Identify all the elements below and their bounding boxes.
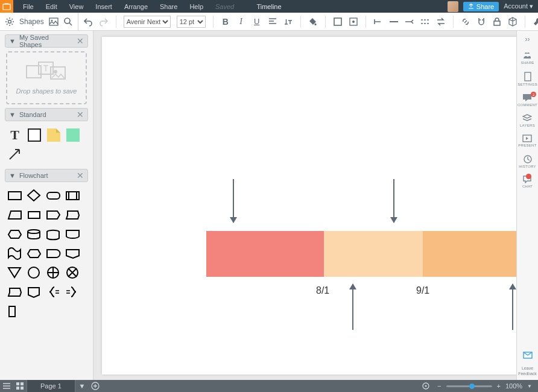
menu-share[interactable]: Share bbox=[154, 3, 183, 10]
flowchart-shape-8[interactable] bbox=[7, 227, 22, 242]
page[interactable] bbox=[102, 37, 516, 375]
timeline-bar[interactable] bbox=[206, 231, 516, 277]
flowchart-shape-10[interactable] bbox=[46, 227, 61, 242]
line-end-icon[interactable] bbox=[405, 17, 414, 27]
fill-icon[interactable] bbox=[308, 17, 318, 27]
magnet-icon[interactable] bbox=[476, 17, 486, 27]
flowchart-shape-20[interactable] bbox=[7, 285, 22, 300]
menu-edit[interactable]: Edit bbox=[40, 3, 63, 10]
align-icon[interactable] bbox=[268, 17, 277, 27]
timeline-arrow-up[interactable] bbox=[512, 284, 513, 330]
line-style-icon[interactable] bbox=[420, 17, 430, 27]
shape-rectangle[interactable] bbox=[27, 127, 42, 142]
search-icon[interactable] bbox=[63, 17, 73, 27]
rail-share[interactable]: SHARE bbox=[521, 51, 534, 65]
rail-comment[interactable]: 2COMMENT bbox=[517, 93, 537, 107]
flowchart-shape-18[interactable] bbox=[46, 265, 61, 280]
flowchart-shape-6[interactable] bbox=[46, 207, 61, 223]
timeline-date-label[interactable]: 8/1 bbox=[316, 285, 329, 296]
flowchart-shape-16[interactable] bbox=[7, 265, 22, 280]
flowchart-shape-24[interactable] bbox=[7, 304, 22, 319]
grid-view-icon[interactable] bbox=[13, 382, 27, 390]
timeline-segment[interactable] bbox=[324, 231, 423, 277]
swap-icon[interactable] bbox=[436, 17, 446, 27]
list-view-icon[interactable] bbox=[0, 382, 13, 390]
target-icon[interactable] bbox=[419, 382, 432, 390]
wrench-icon[interactable] bbox=[533, 17, 538, 27]
lock-icon[interactable] bbox=[492, 17, 502, 27]
zoom-value[interactable]: 100% bbox=[505, 382, 522, 390]
canvas[interactable]: 8/19/110/1 bbox=[93, 31, 516, 380]
timeline-segment[interactable] bbox=[423, 231, 516, 277]
flowchart-shape-17[interactable] bbox=[27, 265, 42, 280]
document-title[interactable]: Timeline bbox=[256, 3, 281, 10]
font-size-select[interactable]: 12 pt bbox=[177, 16, 206, 28]
timeline-arrow-up[interactable] bbox=[352, 284, 353, 330]
menu-view[interactable]: View bbox=[63, 3, 90, 10]
menu-arrange[interactable]: Arrange bbox=[118, 3, 154, 10]
flowchart-shape-0[interactable] bbox=[7, 188, 22, 203]
flowchart-shape-5[interactable] bbox=[27, 207, 42, 223]
flowchart-shape-13[interactable] bbox=[27, 246, 42, 261]
flowchart-shape-14[interactable] bbox=[46, 246, 61, 261]
add-page-icon[interactable] bbox=[89, 382, 102, 390]
position-icon[interactable] bbox=[349, 17, 358, 27]
shape-arrow[interactable] bbox=[7, 147, 22, 162]
flowchart-shape-1[interactable] bbox=[27, 188, 42, 203]
undo-icon[interactable] bbox=[83, 17, 93, 27]
flowchart-shape-12[interactable] bbox=[7, 246, 22, 261]
timeline-arrow-down[interactable] bbox=[233, 179, 234, 223]
rail-present[interactable]: PRESENT bbox=[518, 134, 536, 147]
account-menu[interactable]: Account ▾ bbox=[504, 2, 533, 10]
underline-icon[interactable]: U bbox=[252, 17, 262, 27]
menu-insert[interactable]: Insert bbox=[89, 3, 118, 10]
flowchart-shape-15[interactable] bbox=[65, 246, 80, 261]
border-icon[interactable] bbox=[333, 17, 343, 27]
close-icon[interactable]: ✕ bbox=[77, 36, 84, 46]
panel-flowchart[interactable]: ▼ Flowchart ✕ bbox=[5, 169, 88, 182]
rail-settings[interactable]: SETTINGS bbox=[517, 72, 537, 86]
close-icon[interactable]: ✕ bbox=[77, 171, 84, 180]
text-size-icon[interactable] bbox=[283, 17, 293, 27]
flowchart-shape-4[interactable] bbox=[7, 207, 22, 223]
zoom-out-icon[interactable]: − bbox=[437, 382, 441, 390]
saved-shapes-dropzone[interactable]: T Drop shapes to save bbox=[6, 51, 87, 104]
panel-standard[interactable]: ▼ Standard ✕ bbox=[5, 108, 88, 121]
flowchart-shape-3[interactable] bbox=[65, 188, 80, 203]
expand-rail-icon[interactable]: ›› bbox=[523, 34, 533, 44]
line-solid-icon[interactable] bbox=[389, 17, 399, 27]
user-avatar[interactable] bbox=[448, 1, 458, 12]
shape-block[interactable] bbox=[65, 127, 80, 142]
page-menu-icon[interactable]: ▼ bbox=[75, 382, 89, 390]
page-tab[interactable]: Page 1 bbox=[27, 380, 75, 392]
menu-file[interactable]: File bbox=[17, 3, 40, 10]
shapes-settings-icon[interactable] bbox=[5, 17, 14, 27]
panel-my-saved-shapes[interactable]: ▼ My Saved Shapes ✕ bbox=[5, 34, 88, 48]
rail-feedback[interactable] bbox=[523, 352, 533, 359]
line-start-icon[interactable] bbox=[373, 17, 383, 27]
flowchart-shape-11[interactable] bbox=[65, 227, 80, 242]
menu-help[interactable]: Help bbox=[183, 3, 209, 10]
share-button[interactable]: Share bbox=[463, 2, 499, 11]
rail-history[interactable]: HISTORY bbox=[519, 154, 536, 168]
font-family-select[interactable]: Avenir Next bbox=[124, 16, 171, 28]
flowchart-shape-22[interactable] bbox=[46, 285, 61, 300]
cube-icon[interactable] bbox=[508, 17, 517, 27]
timeline-arrow-down[interactable] bbox=[393, 179, 394, 223]
zoom-in-icon[interactable]: + bbox=[497, 382, 501, 390]
bold-icon[interactable]: B bbox=[221, 17, 230, 27]
zoom-slider[interactable] bbox=[446, 385, 492, 387]
image-icon[interactable] bbox=[49, 17, 59, 27]
link-icon[interactable] bbox=[461, 17, 470, 27]
timeline-date-label[interactable]: 9/1 bbox=[416, 285, 429, 296]
flowchart-shape-2[interactable] bbox=[46, 188, 61, 203]
close-icon[interactable]: ✕ bbox=[77, 110, 84, 119]
flowchart-shape-21[interactable] bbox=[27, 285, 42, 300]
zoom-menu-icon[interactable]: ▼ bbox=[527, 384, 532, 389]
flowchart-shape-7[interactable] bbox=[65, 207, 80, 223]
flowchart-shape-9[interactable] bbox=[27, 227, 42, 242]
flowchart-shape-23[interactable] bbox=[65, 285, 80, 300]
app-logo[interactable] bbox=[0, 0, 13, 13]
rail-layers[interactable]: LAYERS bbox=[520, 114, 535, 127]
redo-icon[interactable] bbox=[99, 17, 109, 27]
